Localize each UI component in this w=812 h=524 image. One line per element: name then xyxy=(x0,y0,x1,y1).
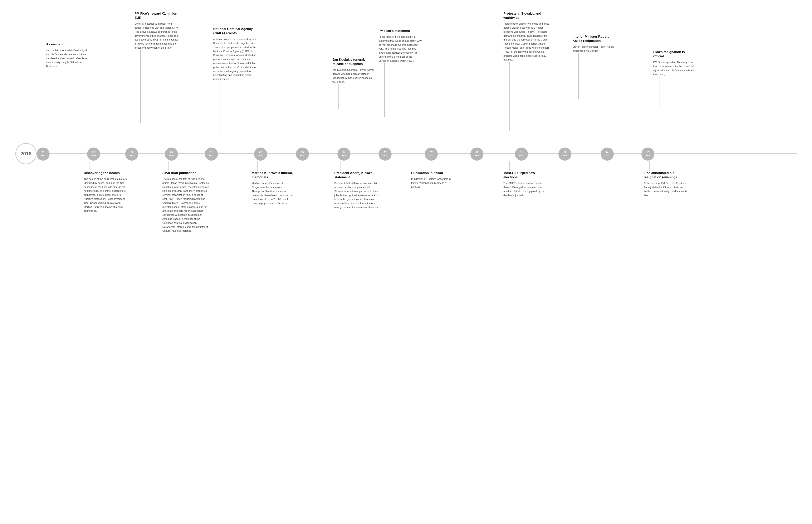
event-card-final-draft: Final draft publication The release of t… xyxy=(162,171,210,233)
event-body-fico-evening: At the evening, PM Fico tells President … xyxy=(644,181,690,197)
node-label-02-mar: 02Mar xyxy=(258,151,263,157)
event-body-interior-minister: Slovak Interior Minister Robert Kaliák a… xyxy=(573,45,617,53)
node-05-mar[interactable]: 05Mar xyxy=(378,148,392,161)
event-title-fico-official: Fico's resignation is official xyxy=(653,50,696,59)
node-label-07-mar: 07Mar xyxy=(429,151,433,157)
top-section: Assasination Ján Kuciak, a journalist of… xyxy=(46,12,797,146)
event-title-discovering: Discovering the bodies xyxy=(84,171,128,175)
node-03-mar[interactable]: 03Mar xyxy=(296,148,309,161)
node-label-28-feb: 28Feb xyxy=(169,151,174,157)
event-body-funeral-suspects: Jan Kuciak's funeral at Tiavnik. Seven I… xyxy=(332,68,375,84)
event-title-pm-reward: PM Fico's reward €1 million EUR xyxy=(134,12,179,20)
event-body-most-hid: The SMER's junior coalition partner (Mos… xyxy=(503,181,548,197)
node-label-21-feb: 21Feb xyxy=(41,151,45,157)
node-28-feb[interactable]: 28Feb xyxy=(165,148,178,161)
event-card-naka: National Criminal Agency (NAKA) arrests … xyxy=(213,27,258,81)
node-02-mar[interactable]: 02Mar xyxy=(254,148,267,161)
event-body-martina-funeral: Martina Kunrová's funeral at Gregorovce,… xyxy=(252,181,296,205)
event-body-assassination: Ján Kuciak, a journalist of Aktuality.sk… xyxy=(46,48,88,68)
event-card-protests: Protests in Slovakia and worldwide Prote… xyxy=(503,12,551,62)
node-label-14-mar: 14Mar xyxy=(605,151,609,157)
event-card-interior-minister: Interior Minister Robert Kaliák resignat… xyxy=(573,35,617,53)
event-title-martina-funeral: Martina Kunrová's funeral, memorials xyxy=(252,171,296,179)
node-label-26-feb: 26Feb xyxy=(91,151,96,157)
full-layout: Assasination Ján Kuciak, a journalist of… xyxy=(15,12,797,349)
node-label-15-mar: 15Mar xyxy=(646,151,650,157)
node-21-feb[interactable]: 21Feb xyxy=(36,148,50,161)
node-label-04-mar: 04Mar xyxy=(342,151,346,157)
year-circle: 2018 xyxy=(15,143,36,164)
node-label-12-mar: 12Mar xyxy=(563,151,567,157)
node-26-feb[interactable]: 26Feb xyxy=(87,148,100,161)
node-12-mar[interactable]: 12Mar xyxy=(558,148,571,161)
event-body-pm-reward: DennikN is issued with black front pages… xyxy=(134,22,179,50)
event-card-pm-statement: PM Fico's statement Prime Minister Fico … xyxy=(378,29,423,63)
year-label: 2018 xyxy=(20,151,32,157)
event-card-funeral-suspects: Jan Kuciak's funeral, release of suspect… xyxy=(332,58,375,84)
node-27-feb[interactable]: 27Feb xyxy=(125,148,139,161)
timeline-nodes: 21Feb 26Feb 27Feb 28Feb 01Mar xyxy=(36,146,797,161)
event-card-pm-reward: PM Fico's reward €1 million EUR DennikN … xyxy=(134,12,179,50)
event-card-publication-italian: Publication in Italian Publication of Ku… xyxy=(411,171,455,189)
node-label-01-mar: 01Mar xyxy=(209,151,213,157)
node-label-11-mar: 11Mar xyxy=(519,151,524,157)
node-label-05-mar: 05Mar xyxy=(383,151,387,157)
event-title-protests: Protests in Slovakia and worldwide xyxy=(503,12,551,20)
event-title-pm-statement: PM Fico's statement xyxy=(378,29,423,33)
event-card-martina-funeral: Martina Kunrová's funeral, memorials Mar… xyxy=(252,171,296,205)
node-label-27-feb: 27Feb xyxy=(130,151,134,157)
event-body-final-draft: The release of the text of Kuciak's fina… xyxy=(162,177,210,233)
event-title-interior-minister: Interior Minister Robert Kaliák resignat… xyxy=(573,35,617,43)
node-label-09-mar: 09Mar xyxy=(475,151,479,157)
node-label-03-mar: 03Mar xyxy=(300,151,305,157)
event-body-publication-italian: Publication of Kuciak's last article in … xyxy=(411,177,455,189)
event-body-president-statement: President Andrej Kiska delivers a public… xyxy=(334,181,380,209)
timeline-container: Assasination Ján Kuciak, a journalist of… xyxy=(0,0,812,524)
node-04-mar[interactable]: 04Mar xyxy=(337,148,351,161)
node-09-mar[interactable]: 09Mar xyxy=(470,148,484,161)
event-card-assassination: Assasination Ján Kuciak, a journalist of… xyxy=(46,42,88,68)
node-07-mar[interactable]: 07Mar xyxy=(425,148,438,161)
event-title-assassination: Assasination xyxy=(46,42,88,47)
event-title-naka: National Criminal Agency (NAKA) arrests xyxy=(213,27,258,35)
node-15-mar[interactable]: 15Mar xyxy=(642,148,654,161)
event-title-final-draft: Final draft publication xyxy=(162,171,210,175)
node-14-mar[interactable]: 14Mar xyxy=(601,148,614,161)
event-card-discovering: Discovering the bodies The bodies of the… xyxy=(84,171,128,213)
event-body-naka: Antonino Vadala, the man cited by Ján Ku… xyxy=(213,37,258,81)
node-01-mar[interactable]: 01Mar xyxy=(205,148,218,161)
event-body-discovering: The bodies of the murdered couple are id… xyxy=(84,177,128,213)
event-card-fico-evening: Fico announced his resignation (evening)… xyxy=(644,171,690,197)
event-card-president-statement: President Andrej Kiska's statement Presi… xyxy=(334,171,380,209)
event-body-fico-official: PM Fico resigned on Thursday, less than … xyxy=(653,60,696,76)
event-card-most-hid: Most-HID urged new elections The SMER's … xyxy=(503,171,548,197)
event-title-funeral-suspects: Jan Kuciak's funeral, release of suspect… xyxy=(332,58,375,66)
event-card-fico-official: Fico's resignation is official PM Fico r… xyxy=(653,50,696,76)
event-title-president-statement: President Andrej Kiska's statement xyxy=(334,171,380,179)
timeline-section: 2018 21Feb 26Feb 27Feb 28Feb xyxy=(15,146,797,161)
bottom-section: Discovering the bodies The bodies of the… xyxy=(46,161,797,349)
event-title-publication-italian: Publication in Italian xyxy=(411,171,455,175)
event-title-most-hid: Most-HID urged new elections xyxy=(503,171,548,179)
event-body-pm-statement: Prime Minister Fico then said in a state… xyxy=(378,35,423,63)
node-11-mar[interactable]: 11Mar xyxy=(515,148,528,161)
event-body-protests: Protests took place in 48 towns and citi… xyxy=(503,22,551,62)
event-title-fico-evening: Fico announced his resignation (evening) xyxy=(644,171,690,179)
